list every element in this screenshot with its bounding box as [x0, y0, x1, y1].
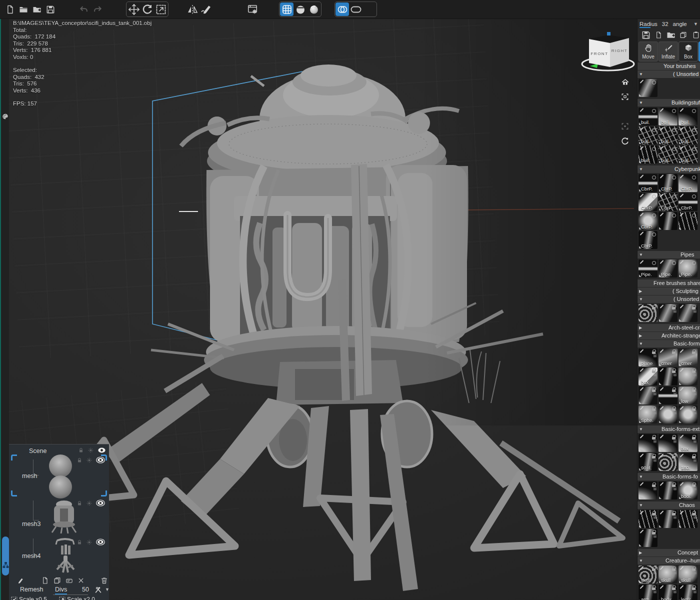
light-icon[interactable]: [84, 447, 94, 455]
home-icon[interactable]: [620, 78, 630, 88]
brush-section-header[interactable]: ▼Basic-forms: [638, 340, 700, 348]
brush-tile-sphe[interactable]: Sphe.: [638, 406, 658, 424]
brush-tile[interactable]: [658, 386, 678, 404]
lock-icon[interactable]: [73, 457, 82, 465]
eye-icon-active[interactable]: [92, 500, 105, 508]
wireframe-button[interactable]: [280, 2, 294, 16]
collapse-icon[interactable]: ▼: [639, 502, 643, 509]
collapse-icon[interactable]: ▼: [639, 99, 643, 106]
brush-tile[interactable]: [658, 510, 678, 528]
brush-settings-row[interactable]: Radius 32 angle ▼: [638, 19, 700, 29]
brush-tile-box[interactable]: box: [678, 434, 698, 452]
brush-tile[interactable]: [658, 368, 678, 386]
mesh-thumbnail-sphere-2[interactable]: [49, 476, 72, 498]
save-button[interactable]: [44, 2, 57, 16]
collapse-icon[interactable]: ▼: [639, 251, 643, 258]
tool-button-move[interactable]: Move: [638, 42, 658, 62]
page-button[interactable]: [39, 576, 51, 586]
brush-tile-cbrp[interactable]: CbrP.: [638, 212, 658, 230]
brush-tile[interactable]: [638, 434, 658, 452]
collapse-icon[interactable]: ▼: [639, 557, 643, 564]
add-folder-button[interactable]: [30, 2, 44, 16]
brush-tile-skull[interactable]: skull: [638, 566, 658, 584]
card-button[interactable]: [63, 576, 75, 586]
divs-slider-track[interactable]: [53, 594, 88, 595]
brush-tile-pipe[interactable]: Pipe.: [678, 260, 698, 278]
collapse-icon[interactable]: ▼: [639, 426, 643, 433]
brush-tile-pipe[interactable]: Pipe.: [638, 260, 658, 278]
brush-tile[interactable]: [638, 304, 658, 322]
frame-icon[interactable]: [620, 92, 630, 103]
brush-tile[interactable]: [678, 510, 698, 528]
matcap-flat-button[interactable]: [294, 2, 307, 16]
brush-section-header[interactable]: ▼( Unsorted ): [638, 296, 700, 303]
brush-tile-arm[interactable]: arm: [638, 584, 658, 600]
brush-tile[interactable]: [658, 453, 678, 471]
eye-icon[interactable]: [94, 447, 106, 455]
refresh-icon[interactable]: [620, 136, 630, 148]
scene-item-mesh3[interactable]: mesh3: [11, 498, 107, 536]
chevron-down-icon[interactable]: ▼: [694, 22, 698, 26]
bool-blob-button[interactable]: [349, 2, 362, 16]
brush-section-header[interactable]: Free brushes shared: [638, 280, 700, 287]
scene-item-label[interactable]: mesh4: [22, 552, 41, 560]
brush-tile-buil[interactable]: buil.: [658, 126, 678, 144]
brush-tile-cbrp[interactable]: CbrP.: [678, 174, 698, 192]
lock-icon[interactable]: [74, 447, 84, 455]
nav-cube[interactable]: FRONT RIGHT: [579, 20, 637, 75]
brush-section-header[interactable]: ▼Chaos: [638, 502, 700, 509]
palette-icon[interactable]: [2, 113, 9, 122]
brush-section-header[interactable]: ▶Concept: [638, 549, 700, 556]
light-icon[interactable]: [82, 539, 92, 547]
brush-tile-low[interactable]: low: [678, 386, 698, 404]
brush-tile-cbrp[interactable]: CbrP.: [658, 193, 678, 211]
panel-settings-button[interactable]: [246, 2, 259, 16]
trash-button[interactable]: [98, 576, 110, 586]
brush-tile-body[interactable]: body: [658, 584, 678, 600]
open-folder-button[interactable]: [16, 2, 30, 16]
brush-section-header[interactable]: ▼Buildingstuff: [638, 99, 700, 106]
brush-tile-buil[interactable]: buil.: [678, 126, 698, 144]
collapse-icon[interactable]: ▼: [639, 70, 643, 78]
brush-tile-buil[interactable]: buil.: [658, 146, 678, 164]
brush-section-header[interactable]: ▼Cyberpunk: [638, 166, 700, 173]
brush-tile[interactable]: [678, 212, 698, 230]
brush-tile-plane[interactable]: plane: [638, 348, 658, 366]
save-button[interactable]: [640, 30, 652, 40]
move-button[interactable]: [127, 2, 140, 16]
brush-tile[interactable]: [638, 482, 658, 500]
scale-up-button[interactable]: Scale x2.0: [59, 596, 95, 600]
brush-tile-cbrp[interactable]: CbrP.: [678, 193, 698, 211]
brush-tile-buil[interactable]: buil.: [678, 108, 698, 126]
brush-tile-cbrp[interactable]: CbrP.: [658, 174, 678, 192]
brush-section-header[interactable]: ▼Basic-forms-fo: [638, 473, 700, 480]
brush-tile[interactable]: [638, 529, 658, 547]
radius-value[interactable]: 32: [662, 21, 668, 27]
scene-item-label[interactable]: mesh: [22, 472, 38, 480]
collapse-icon[interactable]: ▼: [639, 340, 643, 348]
copy-button[interactable]: [677, 30, 690, 40]
lock-icon[interactable]: [73, 500, 82, 508]
bool-union-button[interactable]: [336, 2, 349, 16]
brush-section-header[interactable]: Your brushes: [638, 62, 700, 70]
expand-icon[interactable]: ▶: [639, 288, 642, 295]
chevron-down-icon[interactable]: ▼: [105, 587, 110, 592]
scale-down-button[interactable]: Scale x0.5: [11, 596, 47, 600]
brush-tile-buil[interactable]: buil.: [638, 126, 658, 144]
radius-slider-indicator[interactable]: [640, 27, 650, 28]
collapse-icon[interactable]: ▼: [639, 473, 643, 480]
scene-item-label[interactable]: mesh3: [22, 520, 41, 528]
copy-button[interactable]: [51, 576, 63, 586]
add-folder-button[interactable]: [664, 30, 677, 40]
brush-tile[interactable]: [658, 434, 678, 452]
bool-subtract-button[interactable]: [362, 2, 376, 16]
brush-tile[interactable]: [638, 510, 658, 528]
page-button[interactable]: [652, 30, 664, 40]
brush-tile[interactable]: [638, 386, 658, 404]
brush-tile-skull[interactable]: skull: [678, 566, 698, 584]
light-icon[interactable]: [82, 500, 92, 508]
eye-icon-active[interactable]: [92, 456, 105, 465]
brush-tile-buil[interactable]: buil.: [678, 146, 698, 164]
collapse-icon[interactable]: ▼: [639, 166, 643, 173]
brush-tile-skull[interactable]: skull: [658, 566, 678, 584]
